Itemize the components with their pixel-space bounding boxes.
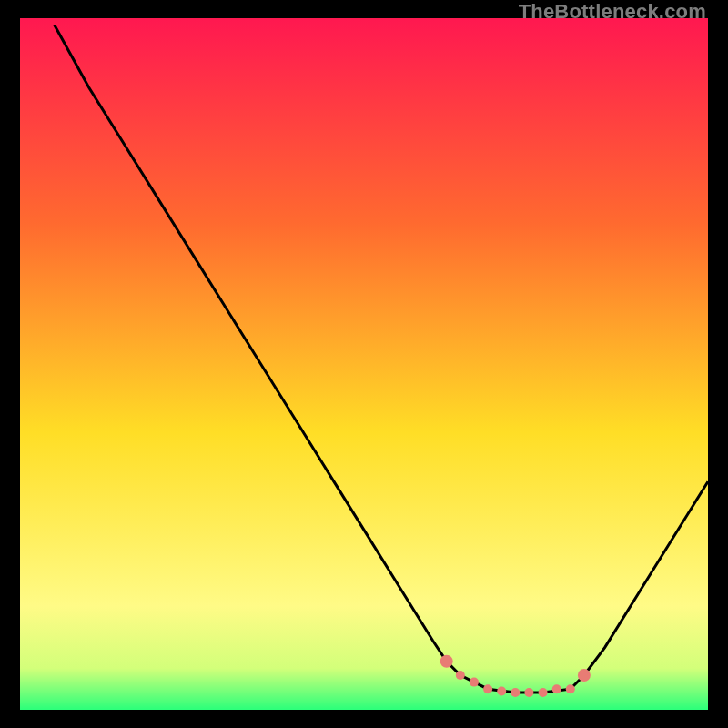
chart-frame — [20, 18, 708, 710]
optimal-end-dot — [578, 669, 591, 682]
optimal-dot — [552, 684, 561, 693]
watermark-text: TheBottleneck.com — [519, 0, 706, 24]
optimal-dot — [511, 688, 520, 697]
bottleneck-chart — [20, 18, 708, 710]
optimal-dot — [456, 671, 465, 680]
optimal-dot — [483, 684, 492, 693]
optimal-dot — [539, 688, 548, 697]
optimal-dot — [566, 684, 575, 693]
chart-background — [20, 18, 708, 710]
optimal-dot — [497, 687, 506, 696]
optimal-dot — [470, 678, 479, 687]
optimal-dot — [524, 688, 533, 697]
optimal-end-dot — [440, 655, 453, 668]
